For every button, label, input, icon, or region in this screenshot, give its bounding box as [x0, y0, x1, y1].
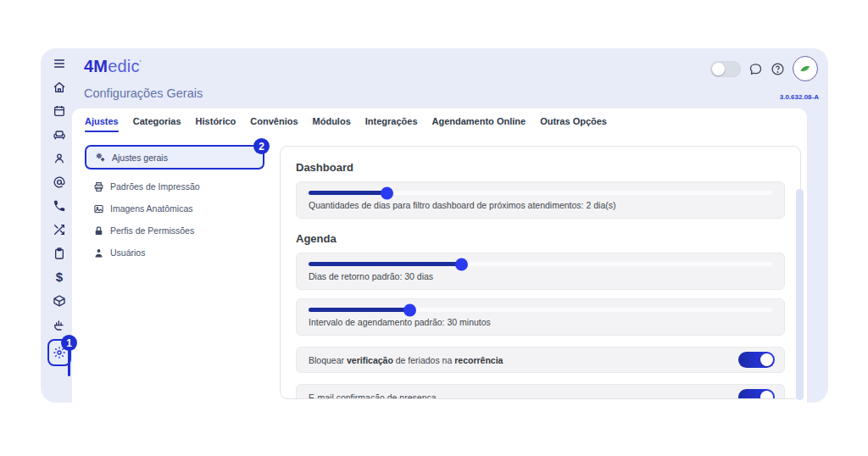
phone-icon[interactable] [53, 198, 67, 213]
logo-rest: edic [108, 57, 140, 75]
calendar-icon[interactable] [53, 103, 67, 118]
setting-dias-retorno: Dias de retorno padrão: 30 dias [296, 253, 785, 290]
toggle-knob [760, 353, 773, 366]
hamburger-menu-icon[interactable] [53, 56, 67, 70]
financial-dollar-icon[interactable]: $ [53, 270, 67, 284]
chat-icon[interactable] [748, 62, 763, 76]
logo-bold: 4M [84, 57, 108, 75]
settings-gear-active[interactable]: 1 [47, 339, 71, 366]
slider-fill [309, 308, 410, 312]
settings-panel: Dashboard Quantidades de dias para filtr… [280, 146, 801, 399]
settings-menu: Ajustes gerais 2 Padrões de Impressão Im… [85, 145, 264, 264]
app-window: $ 1 4Medic' Configurações Gerais 3.0.632… [41, 48, 828, 403]
package-icon[interactable] [53, 293, 67, 308]
version-label: 3.0.632.08-A [780, 93, 819, 101]
image-icon [93, 203, 104, 214]
slider-track[interactable] [309, 191, 772, 195]
app-logo: 4Medic' [84, 57, 142, 76]
slider-track[interactable] [309, 262, 772, 266]
patient-icon[interactable] [53, 151, 67, 165]
slider-thumb[interactable] [381, 186, 393, 199]
section-heading-dashboard: Dashboard [296, 161, 785, 174]
toggle-knob [712, 63, 725, 75]
menu-item-label: Ajustes gerais [112, 153, 168, 163]
tab-agendamento-online[interactable]: Agendamento Online [432, 116, 526, 132]
menu-item-ajustes-gerais[interactable]: Ajustes gerais 2 [85, 145, 264, 170]
gears-icon [95, 152, 106, 163]
section-heading-agenda: Agenda [296, 232, 785, 245]
menu-item-label: Padrões de Impressão [110, 181, 200, 192]
tab-historico[interactable]: Histórico [196, 116, 236, 132]
at-sign-icon[interactable] [53, 175, 67, 189]
toggle-switch-feriados[interactable] [738, 352, 775, 368]
menu-item-usuarios[interactable]: Usuários [85, 242, 264, 264]
theme-toggle[interactable] [710, 61, 741, 77]
slider-label: Dias de retorno padrão: 30 dias [309, 271, 772, 281]
lock-icon [93, 225, 104, 236]
slider-label: Quantidades de dias para filtro dashboar… [309, 200, 772, 210]
page-title: Configurações Gerais [84, 86, 203, 100]
toggle-label: Bloquear verificação de feriados na reco… [309, 355, 503, 365]
help-icon[interactable] [771, 62, 785, 76]
user-avatar[interactable] [793, 56, 818, 81]
slider-fill [309, 262, 462, 266]
setting-email-confirmacao: E-mail confirmação de presença [296, 384, 785, 399]
logo-mark: ' [140, 58, 142, 67]
slider-label: Intervalo de agendamento padrão: 30 minu… [309, 317, 772, 327]
tab-ajustes[interactable]: Ajustes [85, 116, 119, 132]
menu-item-perfis-permissoes[interactable]: Perfis de Permissões [85, 220, 264, 242]
menu-item-padroes-impressao[interactable]: Padrões de Impressão [85, 175, 264, 197]
scrollbar-thumb[interactable] [796, 189, 804, 400]
tab-categorias[interactable]: Categorias [133, 116, 181, 132]
podium-icon[interactable] [53, 317, 67, 331]
menu-item-imagens-anatomicas[interactable]: Imagens Anatômicas [85, 197, 264, 220]
tab-modulos[interactable]: Módulos [313, 116, 351, 132]
tab-integracoes[interactable]: Integrações [365, 116, 418, 132]
setting-bloquear-feriados: Bloquear verificação de feriados na reco… [296, 347, 785, 373]
toggle-knob [760, 391, 773, 399]
menu-item-label: Imagens Anatômicas [110, 203, 192, 214]
annotation-badge-1: 1 [61, 335, 77, 351]
tab-convenios[interactable]: Convênios [250, 116, 298, 132]
user-icon [93, 247, 104, 259]
annotation-badge-2: 2 [253, 138, 270, 154]
toggle-label: E-mail confirmação de presença [309, 392, 437, 400]
slider-track[interactable] [309, 308, 772, 312]
avatar-leaf-icon [798, 62, 812, 75]
menu-item-label: Usuários [110, 247, 145, 258]
topbar-controls [710, 56, 818, 81]
printer-icon [93, 181, 104, 192]
slider-thumb[interactable] [403, 303, 416, 316]
shuffle-icon[interactable] [53, 222, 67, 236]
slider-fill [309, 191, 387, 195]
home-icon[interactable] [53, 80, 67, 94]
setting-dashboard-days: Quantidades de dias para filtro dashboar… [296, 181, 785, 219]
menu-item-label: Perfis de Permissões [110, 225, 194, 236]
content-card: Ajustes Categorias Histórico Convênios M… [72, 108, 807, 403]
tab-outras-opcoes[interactable]: Outras Opções [540, 116, 607, 132]
setting-intervalo-agendamento: Intervalo de agendamento padrão: 30 minu… [296, 298, 785, 336]
clipboard-icon[interactable] [53, 246, 67, 260]
slider-thumb[interactable] [455, 258, 468, 270]
waiting-couch-icon[interactable] [53, 127, 67, 142]
tab-bar: Ajustes Categorias Histórico Convênios M… [85, 116, 607, 132]
toggle-switch-email[interactable] [738, 389, 775, 399]
